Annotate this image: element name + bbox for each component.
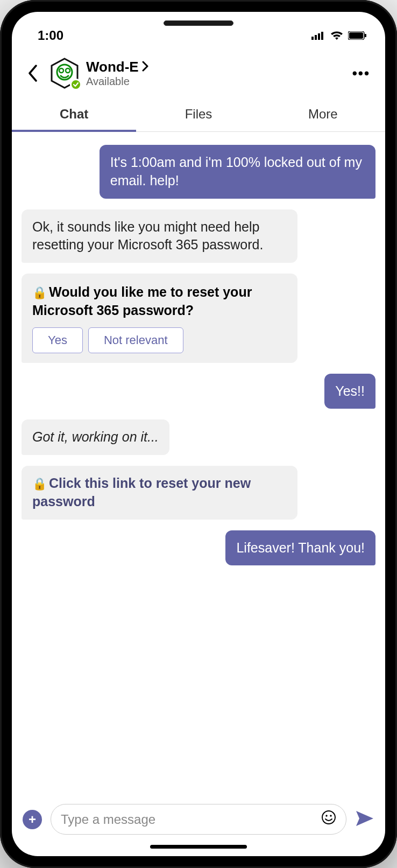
more-button[interactable]: ••• (352, 65, 375, 82)
message-text: It's 1:00am and i'm 100% locked out of m… (110, 155, 362, 188)
svg-rect-2 (318, 33, 320, 40)
battery-icon (348, 28, 366, 43)
plus-icon: + (29, 812, 36, 827)
lock-icon: 🔒 (32, 286, 47, 299)
svg-point-13 (330, 815, 331, 816)
chat-header: Wond-E Available ••• (12, 50, 385, 97)
emoji-button[interactable] (321, 810, 336, 829)
chat-subtitle: Available (86, 75, 347, 88)
message-text: Ok, it sounds like you might need help r… (32, 219, 263, 253)
svg-rect-0 (311, 37, 314, 40)
message-received[interactable]: Got it, working on it... (22, 419, 169, 455)
back-button[interactable] (22, 62, 43, 84)
cellular-icon (311, 28, 325, 43)
phone-speaker (164, 20, 233, 26)
message-sent[interactable]: Lifesaver! Thank you! (225, 530, 375, 566)
message-received-link[interactable]: 🔒Click this link to reset your new passw… (22, 466, 297, 520)
message-sent[interactable]: Yes!! (324, 374, 375, 409)
status-time: 1:00 (38, 28, 63, 43)
message-text: Lifesaver! Thank you! (236, 540, 365, 555)
compose-add-button[interactable]: + (23, 810, 42, 829)
screen: 1:00 (12, 12, 385, 856)
message-sent[interactable]: It's 1:00am and i'm 100% locked out of m… (100, 145, 375, 199)
svg-rect-6 (365, 34, 366, 37)
message-received[interactable]: Ok, it sounds like you might need help r… (22, 209, 297, 263)
compose-input-wrap[interactable] (51, 804, 346, 835)
svg-rect-5 (349, 32, 363, 39)
svg-rect-1 (315, 35, 317, 40)
home-indicator[interactable] (150, 845, 247, 849)
wifi-icon (330, 28, 343, 43)
chevron-right-icon (142, 59, 148, 75)
tab-more[interactable]: More (261, 97, 385, 131)
chat-title: Wond-E (86, 59, 139, 75)
svg-point-12 (325, 815, 327, 816)
message-text: Yes!! (335, 383, 365, 398)
tab-files[interactable]: Files (136, 97, 260, 131)
status-bar: 1:00 (12, 12, 385, 50)
card-actions: Yes Not relevant (32, 327, 287, 353)
reset-link[interactable]: Click this link to reset your new passwo… (32, 475, 251, 509)
status-icons (311, 28, 366, 43)
card-title: 🔒Would you like me to reset your Microso… (32, 283, 287, 320)
tab-bar: Chat Files More (12, 97, 385, 132)
card-not-relevant-button[interactable]: Not relevant (88, 327, 183, 353)
adaptive-card[interactable]: 🔒Would you like me to reset your Microso… (22, 274, 297, 363)
tab-chat[interactable]: Chat (12, 97, 136, 131)
lock-icon: 🔒 (32, 477, 47, 491)
svg-point-11 (322, 811, 335, 824)
compose-input[interactable] (61, 812, 321, 827)
chat-messages[interactable]: It's 1:00am and i'm 100% locked out of m… (12, 132, 385, 795)
presence-available-icon (70, 79, 82, 90)
card-yes-button[interactable]: Yes (32, 327, 83, 353)
send-icon (355, 810, 374, 827)
smiley-icon (321, 810, 336, 825)
message-text: Got it, working on it... (32, 429, 159, 444)
phone-frame: 1:00 (0, 0, 397, 868)
avatar[interactable] (48, 57, 81, 89)
send-button[interactable] (355, 810, 374, 829)
svg-rect-3 (321, 32, 323, 40)
header-titles[interactable]: Wond-E Available (86, 59, 347, 88)
